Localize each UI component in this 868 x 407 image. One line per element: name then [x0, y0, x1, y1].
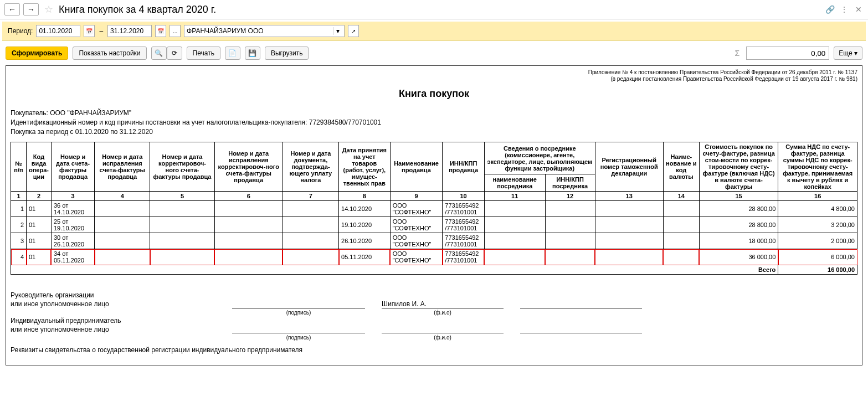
cell: ООО "СОФТЕХНО" [390, 201, 443, 217]
organization-select[interactable]: ФРАНЧАЙЗАРИУМ ООО ▾ [184, 25, 345, 37]
more-button[interactable]: Еще ▾ [834, 47, 862, 60]
cell [95, 249, 150, 265]
col-number: 16 [778, 192, 857, 201]
cell [214, 249, 283, 265]
refresh-button[interactable]: ⟳ [167, 47, 182, 60]
cell [214, 217, 283, 233]
period-more-button[interactable]: ... [170, 25, 181, 37]
report-info: Покупатель: ООО "ФРАНЧАЙЗАРИУМ" Идентифи… [11, 109, 857, 136]
col-header: Номер и дата документа, подтвержда-ющего… [283, 142, 338, 192]
table-row[interactable]: 30130 от 26.10.202026.10.2020ООО "СОФТЕХ… [11, 233, 857, 249]
export-button[interactable]: Выгрузить [265, 47, 309, 60]
col-header: Номер и дата корректировоч-ного счета-фа… [150, 142, 214, 192]
cell: 01 [27, 249, 52, 265]
col-number: 2 [27, 192, 52, 201]
signature-block: Руководитель организации или иное уполно… [11, 291, 857, 354]
col-number: 14 [663, 192, 699, 201]
show-settings-button[interactable]: Показать настройки [73, 47, 146, 60]
cell: 01 [27, 233, 52, 249]
save-button[interactable]: 💾 [245, 47, 260, 60]
date-from-input[interactable] [36, 25, 80, 37]
cell [545, 201, 595, 217]
forward-button[interactable]: → [23, 3, 39, 16]
col-number: 12 [545, 192, 595, 201]
col-number: 5 [150, 192, 214, 201]
cell [595, 217, 663, 233]
close-icon[interactable]: ✕ [854, 4, 864, 14]
ip-label-2: или иное уполномоченное лицо [11, 326, 232, 333]
head-sign-line [232, 300, 365, 308]
head-extra-line [520, 300, 642, 308]
cell: 7731655492 /773101001 [443, 249, 485, 265]
col-header-group: Сведения о посреднике (комиссионере, аге… [484, 142, 595, 174]
col-number: 8 [339, 192, 391, 201]
col-header: Наиме-нование и код валюты [663, 142, 699, 192]
ip-sign-line [232, 326, 365, 333]
date-to-input[interactable] [107, 25, 152, 37]
cell [663, 233, 699, 249]
cell [283, 201, 338, 217]
col-number: 6 [214, 192, 283, 201]
head-name: Шипилов И. А. [382, 300, 504, 308]
cell: 28 800,00 [699, 217, 778, 233]
organization-open-button[interactable]: ↗ [348, 25, 359, 37]
cell: 28 800,00 [699, 201, 778, 217]
head-label-2: или иное уполномоченное лицо [11, 300, 232, 308]
menu-icon[interactable]: ⋮ [839, 4, 849, 14]
table-row[interactable]: 20125 от 19.10.202019.10.2020ООО "СОФТЕХ… [11, 217, 857, 233]
filter-bar: Период: 📅 – 📅 ... ФРАНЧАЙЗАРИУМ ООО ▾ ↗ [2, 22, 866, 41]
link-icon[interactable]: 🔗 [825, 4, 835, 14]
col-number: 7 [283, 192, 338, 201]
print-button[interactable]: Печать [187, 47, 220, 60]
cell [214, 233, 283, 249]
cell: 01 [27, 201, 52, 217]
col-number: 13 [595, 192, 663, 201]
cell: 1 [11, 201, 27, 217]
cell [663, 217, 699, 233]
cell: 2 [11, 217, 27, 233]
ip-label: Индивидуальный предприниматель [11, 317, 232, 324]
cell [545, 249, 595, 265]
organization-value: ФРАНЧАЙЗАРИУМ ООО [187, 27, 263, 35]
find-button[interactable]: 🔍 [151, 47, 167, 60]
form-button[interactable]: Сформировать [6, 47, 68, 60]
cell [545, 217, 595, 233]
cell: 05.11.2020 [339, 249, 391, 265]
cell: 19.10.2020 [339, 217, 391, 233]
cell: 36 000,00 [699, 249, 778, 265]
cell [150, 217, 214, 233]
col-header: Номер и дата исправления счета-фактуры п… [95, 142, 150, 192]
back-button[interactable]: ← [4, 3, 20, 16]
cell: 26.10.2020 [339, 233, 391, 249]
sign-caption: (подпись) [232, 310, 365, 316]
favorite-icon[interactable]: ☆ [44, 3, 53, 16]
sigma-icon: Σ [735, 49, 740, 58]
preview-button[interactable]: 📄 [225, 47, 240, 60]
date-to-calendar-icon[interactable]: 📅 [155, 25, 166, 37]
col-header: Код вида опера-ции [27, 142, 52, 192]
col-number: 1 [11, 192, 27, 201]
col-header: наименование посредника [484, 174, 545, 191]
cell: 7731655492 /773101001 [443, 217, 485, 233]
cell: 6 000,00 [778, 249, 857, 265]
col-header: Номер и дата исправления корректировоч-н… [214, 142, 283, 192]
sum-field[interactable] [746, 47, 829, 60]
cell [484, 217, 545, 233]
cell [283, 217, 338, 233]
regulation-note: Приложение № 4 к постановлению Правитель… [11, 69, 857, 83]
date-from-calendar-icon[interactable]: 📅 [84, 25, 95, 37]
table-row[interactable]: 10136 от 14.10.202014.10.2020ООО "СОФТЕХ… [11, 201, 857, 217]
purchase-book-table: № п/п Код вида опера-ции Номер и дата сч… [11, 142, 857, 275]
ip-name-line [382, 326, 504, 333]
cell: 18 000,00 [699, 233, 778, 249]
cell [663, 201, 699, 217]
table-row[interactable]: 40134 от 05.11.202005.11.2020ООО "СОФТЕХ… [11, 249, 857, 265]
cell [484, 233, 545, 249]
sign-caption: (подпись) [232, 334, 365, 341]
col-number: 11 [484, 192, 545, 201]
col-header: Дата принятия на учет товаров (работ, ус… [339, 142, 391, 192]
cell: 3 [11, 233, 27, 249]
cell: 7731655492 /773101001 [443, 201, 485, 217]
total-value: 16 000,00 [778, 265, 857, 275]
cell: ООО "СОФТЕХНО" [390, 217, 443, 233]
